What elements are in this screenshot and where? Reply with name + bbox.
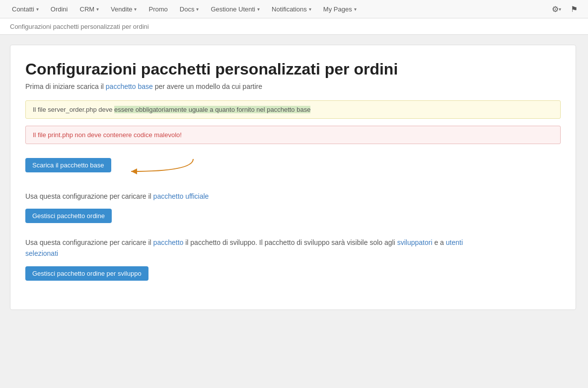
nav-promo[interactable]: Promo	[143, 0, 173, 18]
download-section: Scarica il pacchetto base	[25, 154, 561, 176]
nav-docs-chevron: ▾	[196, 6, 199, 12]
arrow-icon	[116, 154, 196, 176]
nav-my-pages[interactable]: My Pages ▾	[317, 0, 363, 18]
nav-gestione-utenti-label: Gestione Utenti	[211, 5, 255, 13]
nav-vendite-chevron: ▾	[134, 6, 137, 12]
nav-ordini[interactable]: Ordini	[45, 0, 74, 18]
main-nav: Contatti ▾ Ordini CRM ▾ Vendite ▾ Promo …	[0, 0, 588, 18]
breadcrumb-bar: Configurazioni pacchetti personalizzati …	[0, 18, 588, 35]
nav-my-pages-label: My Pages	[323, 5, 352, 13]
nav-gestione-utenti-chevron: ▾	[257, 6, 260, 12]
subtitle: Prima di iniziare scarica il pacchetto b…	[25, 82, 561, 90]
nav-vendite[interactable]: Vendite ▾	[105, 0, 143, 18]
manage-button[interactable]: Gestisci pacchetto ordine	[25, 209, 112, 223]
settings-button[interactable]: ⚙ ▾	[548, 1, 564, 17]
nav-contatti[interactable]: Contatti ▾	[6, 0, 45, 18]
flag-button[interactable]: ⚑	[566, 1, 582, 17]
breadcrumb: Configurazioni pacchetti personalizzati …	[10, 23, 149, 30]
nav-notifications-chevron: ▾	[309, 6, 311, 12]
subtitle-text-before: Prima di iniziare scarica il	[25, 82, 104, 90]
main-wrapper: Configurazioni pacchetti personalizzati …	[0, 35, 588, 320]
nav-crm[interactable]: CRM ▾	[74, 0, 105, 18]
download-button[interactable]: Scarica il pacchetto base	[25, 158, 111, 172]
nav-my-pages-chevron: ▾	[354, 6, 357, 12]
nav-gestione-utenti[interactable]: Gestione Utenti ▾	[205, 0, 266, 18]
nav-items: Contatti ▾ Ordini CRM ▾ Vendite ▾ Promo …	[6, 0, 548, 18]
nav-vendite-label: Vendite	[111, 5, 132, 13]
section-official: Usa questa configurazione per caricare i…	[25, 191, 561, 223]
alert-warning: Il file server_order.php deve essere obb…	[25, 100, 561, 119]
gear-icon: ⚙	[552, 4, 559, 14]
settings-chevron: ▾	[559, 6, 561, 12]
section2-text: Usa questa configurazione per caricare i…	[25, 237, 472, 259]
nav-docs-label: Docs	[180, 5, 195, 13]
page-title: Configurazioni pacchetti personalizzati …	[25, 60, 561, 78]
alert-warning-highlight: essere obbligatoriamente uguale a quanto…	[114, 106, 310, 113]
alert-danger: Il file print.php non deve contenere cod…	[25, 126, 561, 144]
nav-notifications[interactable]: Notifications ▾	[266, 0, 317, 18]
svg-marker-0	[131, 168, 137, 174]
nav-notifications-label: Notifications	[272, 5, 307, 13]
section1-link[interactable]: pacchetto ufficiale	[153, 192, 209, 200]
nav-ordini-label: Ordini	[51, 5, 68, 13]
nav-crm-chevron: ▾	[96, 6, 99, 12]
nav-docs[interactable]: Docs ▾	[174, 0, 205, 18]
dev-manage-button[interactable]: Gestisci pacchetto ordine per sviluppo	[25, 266, 148, 281]
nav-right: ⚙ ▾ ⚑	[548, 1, 582, 17]
flag-icon: ⚑	[571, 4, 578, 14]
nav-contatti-chevron: ▾	[36, 6, 39, 12]
nav-contatti-label: Contatti	[12, 5, 34, 13]
section2-link2[interactable]: sviluppatori	[397, 238, 435, 246]
section-dev: Usa questa configurazione per caricare i…	[25, 237, 561, 281]
alert-danger-text: Il file print.php non deve contenere cod…	[33, 131, 182, 139]
section1-text: Usa questa configurazione per caricare i…	[25, 191, 561, 202]
content-card: Configurazioni pacchetti personalizzati …	[10, 45, 576, 310]
nav-promo-label: Promo	[148, 5, 167, 13]
subtitle-text-after: per avere un modello da cui partire	[155, 82, 262, 90]
nav-crm-label: CRM	[80, 5, 95, 13]
subtitle-link[interactable]: pacchetto base	[106, 82, 155, 90]
alert-warning-text: Il file server_order.php deve	[33, 106, 112, 113]
section2-link1[interactable]: pacchetto	[153, 238, 186, 246]
